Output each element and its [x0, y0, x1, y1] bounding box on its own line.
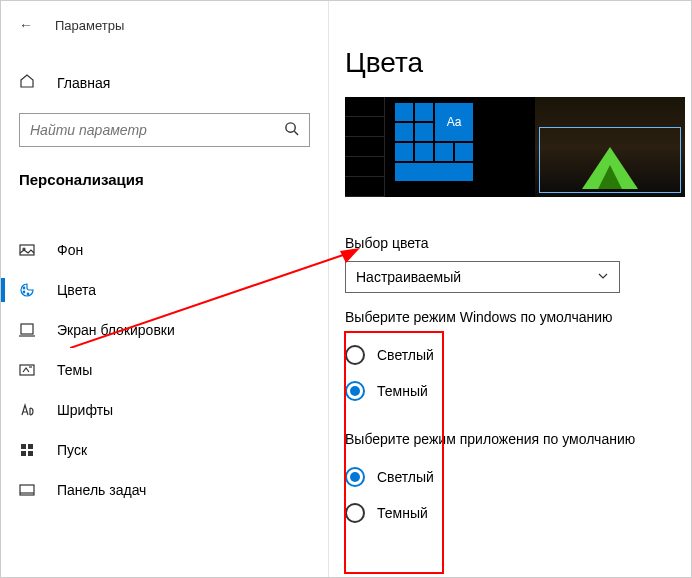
- radio-label: Светлый: [377, 347, 434, 363]
- dropdown-value: Настраиваемый: [356, 269, 461, 285]
- sidebar-item-themes[interactable]: Темы: [1, 350, 328, 390]
- home-label: Главная: [57, 75, 110, 91]
- svg-rect-7: [21, 324, 33, 334]
- radio-icon: [345, 381, 365, 401]
- svg-rect-12: [28, 444, 33, 449]
- chevron-down-icon: [597, 269, 609, 285]
- sidebar-item-label: Фон: [57, 242, 83, 258]
- home-icon: [19, 73, 35, 93]
- picture-icon: [19, 242, 35, 258]
- sidebar-item-label: Темы: [57, 362, 92, 378]
- radio-windows-light[interactable]: Светлый: [345, 337, 691, 373]
- section-title: Персонализация: [1, 161, 328, 206]
- radio-label: Темный: [377, 383, 428, 399]
- sidebar-item-label: Пуск: [57, 442, 87, 458]
- search-icon[interactable]: [284, 121, 299, 139]
- palette-icon: [19, 282, 35, 298]
- back-icon[interactable]: ←: [19, 17, 33, 33]
- sidebar-item-fonts[interactable]: Шрифты: [1, 390, 328, 430]
- color-choice-dropdown[interactable]: Настраиваемый: [345, 261, 620, 293]
- header: ← Параметры: [1, 1, 328, 45]
- sidebar-item-background[interactable]: Фон: [1, 230, 328, 270]
- sidebar-item-start[interactable]: Пуск: [1, 430, 328, 470]
- radio-app-dark[interactable]: Темный: [345, 495, 691, 531]
- svg-rect-13: [21, 451, 26, 456]
- radio-windows-dark[interactable]: Темный: [345, 373, 691, 409]
- radio-icon: [345, 345, 365, 365]
- taskbar-icon: [19, 482, 35, 498]
- svg-point-0: [286, 123, 295, 132]
- sidebar-item-label: Панель задач: [57, 482, 146, 498]
- sidebar-item-colors[interactable]: Цвета: [1, 270, 328, 310]
- windows-mode-label: Выберите режим Windows по умолчанию: [345, 309, 691, 325]
- window-title: Параметры: [55, 18, 124, 33]
- svg-point-6: [27, 293, 29, 295]
- home-button[interactable]: Главная: [1, 63, 328, 103]
- search-field[interactable]: [30, 122, 284, 138]
- sidebar-item-taskbar[interactable]: Панель задач: [1, 470, 328, 510]
- app-mode-label: Выберите режим приложения по умолчанию: [345, 431, 691, 447]
- svg-line-1: [294, 131, 298, 135]
- svg-rect-11: [21, 444, 26, 449]
- start-icon: [19, 442, 35, 458]
- lockscreen-icon: [19, 322, 35, 338]
- tile-aa: Aa: [435, 103, 473, 141]
- sidebar-item-label: Экран блокировки: [57, 322, 175, 338]
- radio-icon: [345, 503, 365, 523]
- search-input[interactable]: [19, 113, 310, 147]
- radio-app-light[interactable]: Светлый: [345, 459, 691, 495]
- color-preview: Aa: [345, 97, 685, 197]
- sidebar: ← Параметры Главная Персонализация Фон Ц…: [1, 1, 329, 577]
- sidebar-item-label: Шрифты: [57, 402, 113, 418]
- fonts-icon: [19, 402, 35, 418]
- radio-label: Темный: [377, 505, 428, 521]
- sidebar-item-label: Цвета: [57, 282, 96, 298]
- svg-point-5: [23, 291, 25, 293]
- radio-icon: [345, 467, 365, 487]
- radio-label: Светлый: [377, 469, 434, 485]
- main-content: Цвета Aa Выбор цвета Настраиваемый: [329, 1, 691, 577]
- sidebar-item-lockscreen[interactable]: Экран блокировки: [1, 310, 328, 350]
- wallpaper-preview: [535, 97, 685, 197]
- svg-rect-14: [28, 451, 33, 456]
- windows-mode-group: Выберите режим Windows по умолчанию Свет…: [345, 309, 691, 531]
- page-title: Цвета: [345, 1, 691, 97]
- themes-icon: [19, 362, 35, 378]
- color-choice-label: Выбор цвета: [345, 235, 691, 251]
- svg-rect-2: [20, 245, 34, 255]
- svg-point-4: [23, 287, 25, 289]
